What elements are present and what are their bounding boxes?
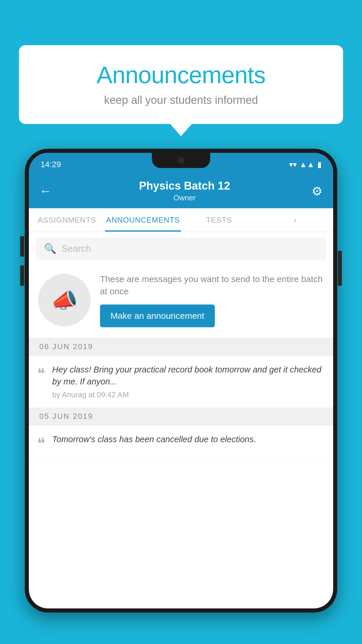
- status-time: 14:29: [41, 160, 61, 169]
- announcement-icon-circle: 📣: [38, 274, 91, 326]
- announcement-text-container-2: Tomorrow's class has been cancelled due …: [52, 433, 325, 448]
- speech-bubble-title: Announcements: [36, 61, 326, 89]
- search-icon: 🔍: [44, 243, 56, 254]
- search-bar[interactable]: 🔍 Search: [36, 237, 326, 260]
- phone-screen: 14:29 ▾▾ ▲▲ ▮ ← Physics Batch 12 Owner ⚙…: [29, 153, 333, 608]
- front-camera: [178, 157, 184, 163]
- announcement-cta-right: These are messages you want to send to t…: [100, 273, 324, 327]
- announcement-item-2[interactable]: ❝ Tomorrow's class has been cancelled du…: [29, 425, 333, 459]
- settings-icon[interactable]: ⚙: [312, 184, 323, 198]
- announcement-cta-description: These are messages you want to send to t…: [100, 273, 324, 298]
- megaphone-icon: 📣: [51, 288, 78, 313]
- wifi-icon: ▾▾: [289, 160, 297, 169]
- announcement-item-1[interactable]: ❝ Hey class! Bring your practical record…: [29, 356, 333, 408]
- announcement-text-2: Tomorrow's class has been cancelled due …: [52, 433, 325, 445]
- app-bar: ← Physics Batch 12 Owner ⚙: [29, 174, 333, 208]
- announcement-meta-1: by Anurag at 09:42 AM: [52, 390, 129, 399]
- signal-icon: ▲▲: [300, 160, 314, 169]
- quote-icon-1: ❝: [37, 366, 45, 381]
- announcement-text-container-1: Hey class! Bring your practical record b…: [52, 364, 325, 399]
- tab-more[interactable]: ›: [257, 208, 333, 232]
- app-bar-subtitle: Owner: [57, 193, 312, 202]
- date-separator-1: 06 JUN 2019: [29, 338, 333, 356]
- make-announcement-button[interactable]: Make an announcement: [100, 304, 215, 327]
- search-container: 🔍 Search: [29, 232, 333, 265]
- tab-tests[interactable]: TESTS: [181, 208, 257, 232]
- tab-announcements[interactable]: ANNOUNCEMENTS: [105, 208, 181, 232]
- back-button[interactable]: ←: [39, 184, 52, 198]
- announcement-cta-section: 📣 These are messages you want to send to…: [29, 265, 333, 338]
- phone-wrapper: 14:29 ▾▾ ▲▲ ▮ ← Physics Batch 12 Owner ⚙…: [25, 149, 337, 644]
- speech-bubble-subtitle: keep all your students informed: [36, 94, 326, 106]
- date-separator-2: 05 JUN 2019: [29, 408, 333, 425]
- phone-outer: 14:29 ▾▾ ▲▲ ▮ ← Physics Batch 12 Owner ⚙…: [25, 149, 337, 612]
- announcement-text-1: Hey class! Bring your practical record b…: [52, 364, 325, 387]
- phone-notch: [152, 153, 210, 168]
- app-bar-title: Physics Batch 12: [57, 180, 312, 192]
- search-placeholder: Search: [61, 243, 91, 254]
- quote-icon-2: ❝: [37, 436, 45, 451]
- tabs-container: ASSIGNMENTS ANNOUNCEMENTS TESTS ›: [29, 208, 333, 232]
- speech-bubble-container: Announcements keep all your students inf…: [19, 45, 343, 124]
- app-bar-title-container: Physics Batch 12 Owner: [57, 180, 312, 202]
- tab-assignments[interactable]: ASSIGNMENTS: [29, 208, 105, 232]
- battery-icon: ▮: [317, 160, 321, 169]
- status-icons: ▾▾ ▲▲ ▮: [289, 160, 321, 169]
- speech-bubble: Announcements keep all your students inf…: [19, 45, 343, 124]
